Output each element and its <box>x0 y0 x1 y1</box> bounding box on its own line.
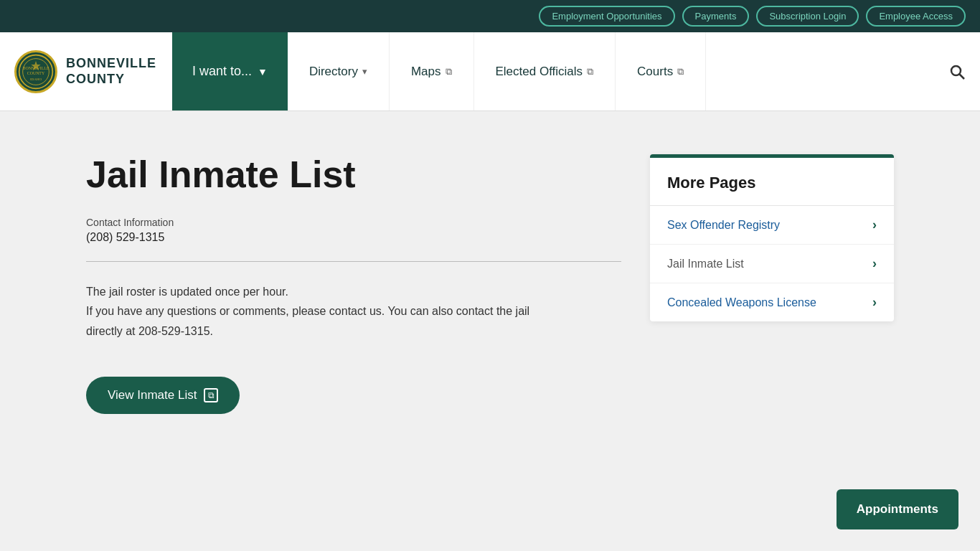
body-paragraph-1: The jail roster is updated once per hour… <box>86 282 545 301</box>
logo-area: BONNEVILLE COUNTY IDAHO BONNEVILLE COUNT… <box>0 32 172 110</box>
more-pages-card: More Pages Sex Offender Registry › Jail … <box>650 154 894 321</box>
elected-officials-external-icon: ⧉ <box>587 66 593 77</box>
jail-inmate-chevron-icon: › <box>872 256 877 271</box>
contact-phone: (208) 529-1315 <box>86 231 621 244</box>
i-want-to-chevron-icon: ▼ <box>258 66 268 77</box>
sidebar-jail-inmate-list[interactable]: Jail Inmate List › <box>650 245 894 283</box>
contact-label: Contact Information <box>86 217 621 228</box>
main-content: Jail Inmate List Contact Information (20… <box>0 111 980 491</box>
body-text: The jail roster is updated once per hour… <box>86 282 545 341</box>
content-divider <box>86 261 621 262</box>
search-icon <box>948 63 966 80</box>
payments-button[interactable]: Payments <box>682 6 750 27</box>
top-bar: Employment Opportunities Payments Subscr… <box>0 0 980 32</box>
header: BONNEVILLE COUNTY IDAHO BONNEVILLE COUNT… <box>0 32 980 111</box>
directory-chevron-icon: ▾ <box>362 66 367 77</box>
appointments-button[interactable]: Appointments <box>837 489 958 529</box>
employment-opportunities-button[interactable]: Employment Opportunities <box>539 6 674 27</box>
employee-access-button[interactable]: Employee Access <box>866 6 966 27</box>
main-nav: Directory ▾ Maps ⧉ Elected Officials ⧉ C… <box>288 32 706 110</box>
svg-line-7 <box>960 74 965 79</box>
sex-offender-chevron-icon: › <box>872 217 877 232</box>
more-pages-header: More Pages <box>650 158 894 206</box>
view-inmate-list-external-icon: ⧉ <box>204 388 218 402</box>
sidebar: More Pages Sex Offender Registry › Jail … <box>650 154 894 448</box>
body-paragraph-2: If you have any questions or comments, p… <box>86 301 545 340</box>
nav-courts[interactable]: Courts ⧉ <box>616 32 706 110</box>
nav-maps[interactable]: Maps ⧉ <box>390 32 474 110</box>
svg-text:COUNTY: COUNTY <box>27 71 45 75</box>
footer-area <box>0 491 980 549</box>
more-pages-list: Sex Offender Registry › Jail Inmate List… <box>650 206 894 321</box>
concealed-weapons-chevron-icon: › <box>872 295 877 310</box>
nav-directory[interactable]: Directory ▾ <box>288 32 390 110</box>
page-title: Jail Inmate List <box>86 154 621 195</box>
subscription-login-button[interactable]: Subscription Login <box>756 6 859 27</box>
search-button[interactable] <box>934 32 980 110</box>
county-seal: BONNEVILLE COUNTY IDAHO <box>14 50 57 93</box>
nav-elected-officials[interactable]: Elected Officials ⧉ <box>474 32 616 110</box>
county-name: BONNEVILLE COUNTY <box>66 56 156 87</box>
content-left: Jail Inmate List Contact Information (20… <box>86 154 621 448</box>
courts-external-icon: ⧉ <box>677 66 684 77</box>
maps-external-icon: ⧉ <box>446 66 452 77</box>
i-want-to-menu[interactable]: I want to... ▼ <box>172 32 288 110</box>
sidebar-concealed-weapons-license[interactable]: Concealed Weapons License › <box>650 283 894 321</box>
svg-text:IDAHO: IDAHO <box>30 77 42 80</box>
view-inmate-list-button[interactable]: View Inmate List ⧉ <box>86 377 240 414</box>
svg-point-6 <box>951 66 961 75</box>
sidebar-sex-offender-registry[interactable]: Sex Offender Registry › <box>650 206 894 245</box>
